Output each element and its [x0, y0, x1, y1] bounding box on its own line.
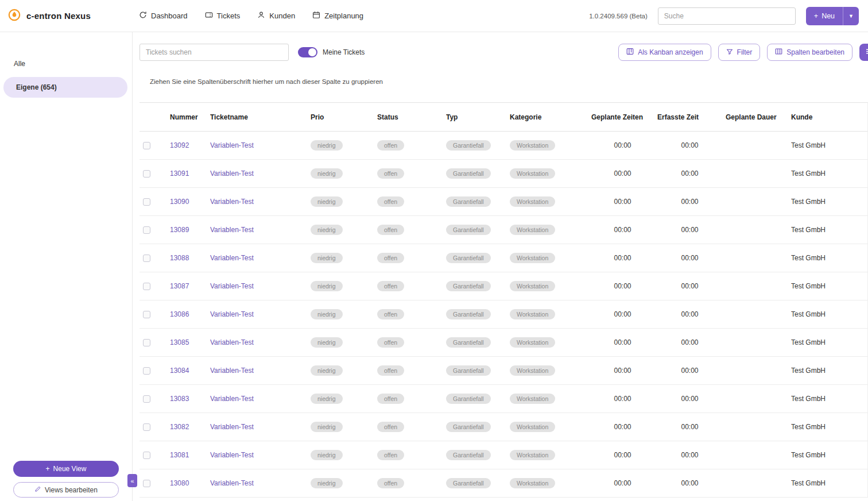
- nav-item-tickets[interactable]: Tickets: [205, 11, 241, 21]
- geplante-zeiten-value: 00:00: [591, 198, 657, 206]
- geplante-zeiten-value: 00:00: [591, 451, 657, 459]
- ticket-number-link[interactable]: 13091: [170, 169, 189, 178]
- new-button[interactable]: + Neu ▼: [806, 7, 859, 25]
- column-header-geplante-zeiten[interactable]: Geplante Zeiten: [591, 113, 657, 121]
- row-checkbox[interactable]: [143, 339, 150, 346]
- row-checkbox[interactable]: [143, 452, 150, 459]
- row-checkbox[interactable]: [143, 198, 150, 206]
- column-header-kunde[interactable]: Kunde: [791, 113, 867, 121]
- row-checkbox[interactable]: [143, 283, 150, 290]
- table-row[interactable]: 13088Variablen-TestniedrigoffenGarantief…: [140, 244, 867, 272]
- row-checkbox[interactable]: [143, 423, 150, 431]
- erfasste-zeit-value: 00:00: [657, 338, 726, 346]
- table-row[interactable]: 13085Variablen-TestniedrigoffenGarantief…: [140, 329, 867, 357]
- table-row[interactable]: 13091Variablen-TestniedrigoffenGarantief…: [140, 160, 867, 188]
- row-checkbox[interactable]: [143, 480, 150, 487]
- column-header-kategorie[interactable]: Kategorie: [510, 113, 591, 121]
- table-row[interactable]: 13087Variablen-TestniedrigoffenGarantief…: [140, 272, 867, 300]
- column-header-erfasste-zeit[interactable]: Erfasste Zeit: [657, 113, 726, 121]
- ticket-name-link[interactable]: Variablen-Test: [210, 282, 254, 290]
- geplante-zeiten-value: 00:00: [591, 254, 657, 262]
- sidebar-item-eigene[interactable]: Eigene (654): [3, 77, 127, 98]
- ticket-number-link[interactable]: 13083: [170, 395, 189, 403]
- views-sidebar: Alle Eigene (654) + Neue View Views bear…: [0, 32, 133, 501]
- column-header-nummer[interactable]: Nummer: [170, 113, 210, 121]
- column-header-ticketname[interactable]: Ticketname: [210, 113, 311, 121]
- table-row[interactable]: 13092Variablen-TestniedrigoffenGarantief…: [140, 132, 867, 160]
- ticket-number-link[interactable]: 13086: [170, 310, 189, 318]
- ticket-name-link[interactable]: Variablen-Test: [210, 338, 254, 346]
- my-tickets-toggle[interactable]: [298, 47, 317, 57]
- ticket-number-link[interactable]: 13090: [170, 198, 189, 206]
- kunde-value: Test GmbH: [791, 423, 867, 431]
- kanban-view-button[interactable]: Als Kanban anzeigen: [618, 44, 711, 61]
- tickets-toolbar: Meine Tickets Als Kanban anzeigen Filter: [140, 44, 868, 61]
- erfasste-zeit-value: 00:00: [657, 141, 726, 149]
- new-view-button[interactable]: + Neue View: [13, 461, 119, 477]
- column-header-typ[interactable]: Typ: [446, 113, 510, 121]
- prio-badge: niedrig: [311, 196, 343, 207]
- overflow-action-button[interactable]: [859, 44, 868, 61]
- ticket-number-link[interactable]: 13092: [170, 141, 189, 149]
- sidebar-collapse-button[interactable]: «: [127, 474, 137, 487]
- ticket-icon: [205, 11, 213, 21]
- chevron-down-icon[interactable]: ▼: [843, 13, 859, 19]
- nav-item-dashboard[interactable]: Dashboard: [139, 11, 188, 21]
- ticket-name-link[interactable]: Variablen-Test: [210, 423, 254, 431]
- table-row[interactable]: 13083Variablen-TestniedrigoffenGarantief…: [140, 385, 867, 413]
- ticket-search-input[interactable]: [140, 44, 289, 61]
- prio-badge: niedrig: [311, 422, 343, 433]
- ticket-name-link[interactable]: Variablen-Test: [210, 479, 254, 487]
- row-checkbox[interactable]: [143, 142, 150, 149]
- edit-columns-button[interactable]: Spalten bearbeiten: [767, 44, 852, 61]
- ticket-number-link[interactable]: 13087: [170, 282, 189, 290]
- edit-views-button[interactable]: Views bearbeiten: [13, 482, 119, 498]
- sidebar-item-alle[interactable]: Alle: [0, 54, 132, 74]
- kunde-value: Test GmbH: [791, 141, 867, 149]
- table-row[interactable]: 13086Variablen-TestniedrigoffenGarantief…: [140, 300, 867, 329]
- dashboard-icon: [139, 11, 147, 21]
- table-row[interactable]: 13081Variablen-TestniedrigoffenGarantief…: [140, 441, 867, 469]
- ticket-name-link[interactable]: Variablen-Test: [210, 198, 254, 206]
- ticket-name-link[interactable]: Variablen-Test: [210, 226, 254, 234]
- table-row[interactable]: 13080Variablen-TestniedrigoffenGarantief…: [140, 469, 867, 498]
- group-by-hint[interactable]: Ziehen Sie eine Spaltenüberschrift hierh…: [150, 78, 868, 85]
- ticket-name-link[interactable]: Variablen-Test: [210, 367, 254, 375]
- table-row[interactable]: 13084Variablen-TestniedrigoffenGarantief…: [140, 357, 867, 385]
- column-header-status[interactable]: Status: [377, 113, 446, 121]
- ticket-number-link[interactable]: 13084: [170, 367, 189, 375]
- typ-badge: Garantiefall: [446, 365, 491, 376]
- ticket-number-link[interactable]: 13081: [170, 451, 189, 459]
- new-button-label: Neu: [822, 12, 835, 20]
- ticket-number-link[interactable]: 13080: [170, 479, 189, 487]
- ticket-name-link[interactable]: Variablen-Test: [210, 395, 254, 403]
- row-checkbox[interactable]: [143, 395, 150, 403]
- ticket-name-link[interactable]: Variablen-Test: [210, 451, 254, 459]
- column-header-geplante-dauer[interactable]: Geplante Dauer: [726, 113, 791, 121]
- ticket-number-link[interactable]: 13088: [170, 254, 189, 262]
- ticket-name-link[interactable]: Variablen-Test: [210, 310, 254, 318]
- ticket-name-link[interactable]: Variablen-Test: [210, 169, 254, 178]
- row-checkbox[interactable]: [143, 170, 150, 178]
- global-search-input[interactable]: [658, 7, 796, 25]
- ticket-number-link[interactable]: 13082: [170, 423, 189, 431]
- typ-badge: Garantiefall: [446, 253, 491, 264]
- ticket-number-link[interactable]: 13089: [170, 226, 189, 234]
- topbar-right: 1.0.2409.569 (Beta) + Neu ▼: [589, 7, 859, 25]
- nav-item-zeitplanung[interactable]: Zeitplanung: [312, 11, 363, 21]
- row-checkbox[interactable]: [143, 367, 150, 375]
- ticket-name-link[interactable]: Variablen-Test: [210, 141, 254, 149]
- row-checkbox[interactable]: [143, 311, 150, 318]
- column-header-prio[interactable]: Prio: [311, 113, 377, 121]
- ticket-name-link[interactable]: Variablen-Test: [210, 254, 254, 262]
- nav-item-kunden[interactable]: Kunden: [257, 11, 295, 21]
- filter-button[interactable]: Filter: [718, 44, 761, 61]
- kategorie-badge: Workstation: [510, 394, 555, 404]
- table-row[interactable]: 13082Variablen-TestniedrigoffenGarantief…: [140, 413, 867, 441]
- ticket-number-link[interactable]: 13085: [170, 338, 189, 346]
- table-row[interactable]: 13089Variablen-TestniedrigoffenGarantief…: [140, 216, 867, 244]
- prio-badge: niedrig: [311, 225, 343, 236]
- row-checkbox[interactable]: [143, 255, 150, 262]
- row-checkbox[interactable]: [143, 226, 150, 234]
- table-row[interactable]: 13090Variablen-TestniedrigoffenGarantief…: [140, 188, 867, 216]
